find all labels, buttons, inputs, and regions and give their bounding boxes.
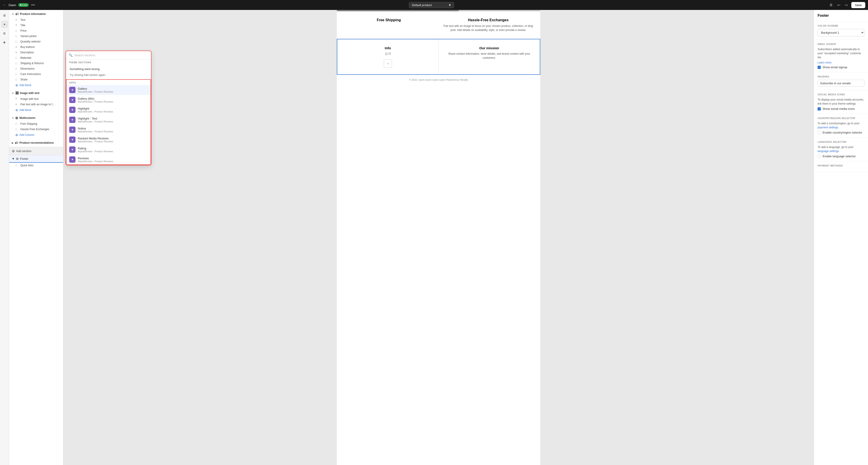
sidebar-item-quantity-selector[interactable]: □ Quantity selector xyxy=(9,39,63,44)
canvas-inner: Free Shipping Hassle-Free Exchanges Pair… xyxy=(337,10,540,465)
sidebar-item-free-shipping[interactable]: □ Free Shipping xyxy=(9,121,63,127)
heading-input[interactable] xyxy=(817,80,864,87)
topbar-center: Default product ▼ xyxy=(37,2,826,8)
chevron-down-icon: ▼ xyxy=(448,3,451,7)
sidebar-item-text[interactable]: ≡ Text xyxy=(9,17,63,23)
monitor-icon[interactable]: 🖥 xyxy=(828,2,834,8)
section-header-image-text[interactable]: ▼ 🖼 Image with text xyxy=(9,90,63,96)
back-button[interactable]: ← xyxy=(3,3,6,7)
sidebar-item-shipping[interactable]: □ Shipping & Returns xyxy=(9,61,63,66)
search-input[interactable] xyxy=(74,54,148,57)
app-item-notice[interactable]: ★ Notice AlphaReview - Product Reviews xyxy=(66,125,151,135)
search-sections-popup: 🔍 THEME SECTIONS Something went wrong. T… xyxy=(66,51,151,165)
search-icon: 🔍 xyxy=(69,53,72,57)
language-settings-link[interactable]: language settings. xyxy=(817,150,839,153)
add-section-button[interactable]: ⊕ Add section xyxy=(9,147,63,155)
sidebar-item-hassle-free[interactable]: □ Hassle-Free Exchanges xyxy=(9,127,63,132)
app-item-ranked-media[interactable]: ★ Ranked Media Reviews AlphaReview - Pro… xyxy=(66,135,151,144)
country-selector-section: COUNTRY/REGION SELECTOR To add a country… xyxy=(814,114,868,138)
check-icon: ✓ xyxy=(818,66,820,68)
nav-icon-apps[interactable]: ⚙ xyxy=(1,30,8,37)
section-group-multicolumn: ▼ ⊞ Multicolumn □ Free Shipping □ Hassle… xyxy=(9,114,63,139)
add-block-button-product[interactable]: ⊕ Add block xyxy=(9,82,63,88)
plus-icon: ⊕ xyxy=(16,108,18,112)
app-icon-highlight: ★ xyxy=(69,107,75,113)
right-panel: Footer Color scheme Background 1 EMAIL S… xyxy=(814,10,868,465)
page-selector-dropdown[interactable]: Default product ▼ xyxy=(409,2,454,8)
sidebar-item-title[interactable]: T Title xyxy=(9,23,63,28)
arrow-button[interactable]: → xyxy=(384,59,392,68)
shipping-icon: □ xyxy=(16,62,19,65)
live-dot xyxy=(20,4,22,6)
add-block-button-image[interactable]: ⊕ Add block xyxy=(9,107,63,113)
email-signup-label: EMAIL SIGNUP xyxy=(817,43,864,45)
learn-more-link[interactable]: Learn more xyxy=(817,61,831,64)
nav-icon-blocks[interactable]: ❖ xyxy=(1,39,8,46)
sidebar-item-materials[interactable]: □ Materials xyxy=(9,55,63,61)
app-item-reviews[interactable]: ★ Reviews AlphaReview - Product Reviews xyxy=(66,155,151,165)
app-info-highlight-text: Highlight - Text AlphaReview - Product R… xyxy=(78,117,113,123)
sidebar-item-image-with-text[interactable]: T Image with text xyxy=(9,96,63,102)
app-icon-reviews: ★ xyxy=(69,156,75,163)
save-button[interactable]: Save xyxy=(851,2,865,8)
enable-country-checkbox[interactable] xyxy=(817,131,821,134)
sidebar-item-price[interactable]: □ Price xyxy=(9,28,63,33)
undo-button[interactable]: ↩ xyxy=(836,2,841,8)
feature-title-shipping: Free Shipping xyxy=(341,18,436,22)
show-email-signup-checkbox[interactable]: ✓ xyxy=(817,66,821,69)
pair-text-icon: ≡ xyxy=(16,103,19,106)
desc-icon: ≡ xyxy=(16,51,19,54)
section-header-multicolumn[interactable]: ▼ ⊞ Multicolumn xyxy=(9,115,63,121)
show-social-media-checkbox[interactable]: ✓ xyxy=(817,107,821,110)
app-item-rating[interactable]: ★ Rating AlphaReview - Product Reviews xyxy=(66,144,151,155)
feature-text-exchanges: Pair text with an image to focus on your… xyxy=(441,24,536,32)
enable-language-checkbox[interactable] xyxy=(817,155,821,158)
add-column-button[interactable]: ⊕ Add Column xyxy=(9,132,63,138)
share-icon: □ xyxy=(16,78,19,81)
app-info-notice: Notice AlphaReview - Product Reviews xyxy=(78,127,113,133)
sidebar-item-footer[interactable]: ▼ ⊞ Footer xyxy=(9,155,63,163)
app-item-highlight-text[interactable]: ★ Highlight - Text AlphaReview - Product… xyxy=(66,115,151,125)
sidebar-item-description[interactable]: ≡ Description xyxy=(9,50,63,55)
app-info-ranked-media: Ranked Media Reviews AlphaReview - Produ… xyxy=(78,137,113,143)
email-signup-section: EMAIL SIGNUP Subscribers added automatic… xyxy=(814,40,868,72)
error-sub-message: Try clicking Add section again. xyxy=(66,73,151,79)
main-layout: ⊞ ✦ ⚙ ❖ ▼ 🏷 Product information ≡ Text T… xyxy=(0,10,868,465)
nav-icon-sections[interactable]: ✦ xyxy=(1,21,8,28)
search-input-wrap: 🔍 xyxy=(66,51,151,59)
redo-button[interactable]: ↪ xyxy=(844,2,848,8)
section-header-recommendations[interactable]: ▶ 🏷 Product recommendations xyxy=(9,140,63,146)
nav-icon-home[interactable]: ⊞ xyxy=(1,12,8,19)
section-group-image-text: ▼ 🖼 Image with text T Image with text ≡ … xyxy=(9,89,63,114)
payment-methods-section: PAYMENT METHODS xyxy=(814,161,868,172)
show-email-signup-label: Show email signup xyxy=(823,66,847,69)
topbar: ← Dawn Live ••• Default product ▼ 🖥 ↩ ↪ … xyxy=(0,0,868,10)
care-icon: □ xyxy=(16,72,19,76)
payment-settings-link[interactable]: payment settings. xyxy=(817,126,839,129)
sidebar-item-dimensions[interactable]: □ Dimensions xyxy=(9,66,63,71)
sidebar-item-buy-buttons[interactable]: ≡ Buy buttons xyxy=(9,44,63,50)
more-options-button[interactable]: ••• xyxy=(31,3,35,7)
app-item-gallery[interactable]: ★ Gallery AlphaReview - Product Reviews xyxy=(66,85,151,95)
enable-language-label: Enable language selector xyxy=(823,155,856,158)
section-header-product-info[interactable]: ▼ 🏷 Product information xyxy=(9,11,63,17)
plus-circle-icon: ⊕ xyxy=(12,149,15,153)
sidebar-item-share[interactable]: □ Share xyxy=(9,77,63,82)
feature-col-shipping: Free Shipping xyxy=(341,18,436,32)
sidebar-item-pair-text[interactable]: ≡ Pair text with an image to f... xyxy=(9,102,63,107)
sidebar-item-variant-picker[interactable]: □ Variant picker xyxy=(9,33,63,39)
country-selector-label: COUNTRY/REGION SELECTOR xyxy=(817,117,864,120)
info-title-mission: Our mission xyxy=(443,46,535,50)
color-scheme-select[interactable]: Background 1 xyxy=(817,29,864,36)
plus-icon: ⊕ xyxy=(16,84,18,87)
show-email-signup-row: ✓ Show email signup xyxy=(817,66,864,69)
free-shipping-icon: □ xyxy=(16,122,19,125)
chevron-down-icon: ▼ xyxy=(12,92,14,94)
app-item-gallery-mix[interactable]: ★ Gallery (Mix) AlphaReview - Product Re… xyxy=(66,95,151,105)
sidebar-item-care-instructions[interactable]: □ Care Instructions xyxy=(9,71,63,77)
title-icon: T xyxy=(16,24,19,27)
sidebar-item-quick-links[interactable]: □ Quick links xyxy=(9,163,63,168)
app-icon-gallery-mix: ★ xyxy=(69,97,75,103)
app-item-highlight[interactable]: ★ Highlight AlphaReview - Product Review… xyxy=(66,105,151,115)
theme-sections-label: THEME SECTIONS xyxy=(66,59,151,65)
